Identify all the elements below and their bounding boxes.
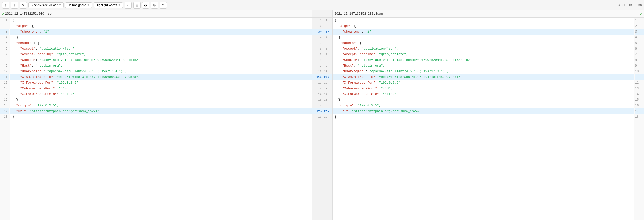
line-number: 14: [635, 91, 644, 97]
line-number: 9: [0, 63, 9, 69]
line-number: 17: [635, 108, 644, 114]
diff-count: 3 differences: [618, 3, 642, 7]
line-number: 10: [0, 69, 9, 74]
center-left-num: 18: [317, 115, 322, 119]
center-gutter-row: 2 2: [312, 23, 332, 29]
center-gutter-row: 18 18: [312, 114, 332, 120]
ignore-label: Do not ignore: [68, 3, 86, 7]
line-number: 4: [0, 35, 9, 40]
code-line: "Accept-Encoding": "gzip,deflate",: [333, 52, 634, 57]
highlight-button[interactable]: Highlight words ▼: [94, 2, 123, 8]
center-gutter-row: 7 7: [312, 52, 332, 57]
code-line: "headers": {: [333, 40, 634, 46]
center-gutter-row: 6 6: [312, 46, 332, 52]
line-number: 12: [0, 80, 9, 86]
line-number: 5: [0, 40, 9, 46]
center-gutter-row: 12 12: [312, 80, 332, 86]
code-line: "args": {: [10, 23, 312, 29]
center-right-num: 17: [323, 110, 327, 113]
center-right-num: 4: [323, 36, 327, 39]
center-right-num: 5: [323, 42, 327, 45]
code-line: "url": "https://httpbin.org/get?show_env…: [10, 108, 312, 114]
nav-up-button[interactable]: ↑: [2, 2, 9, 9]
line-number: 15: [0, 97, 9, 103]
center-gutter-row: 8 8: [312, 57, 332, 63]
code-line: "User-Agent": "Apache-HttpClient/4.5.13 …: [10, 69, 312, 74]
highlight-chevron-icon: ▼: [118, 4, 121, 6]
left-diff-arrow-icon: »: [320, 76, 322, 79]
help-icon-button[interactable]: ?: [160, 2, 167, 9]
right-line-numbers: 123456789101112131415161718: [634, 18, 644, 220]
code-line: "Host": "httpbin.org",: [10, 63, 312, 69]
center-right-num: 6: [323, 47, 327, 50]
center-left-num: 10: [317, 70, 322, 73]
left-lines-wrapper: 123456789101112131415161718 { "args": { …: [0, 18, 312, 220]
code-line: },: [10, 35, 312, 40]
center-right-num: 1: [323, 19, 327, 22]
center-left-num: 11: [315, 76, 320, 79]
line-number: 14: [0, 91, 9, 97]
right-diff-arrow-icon: «: [328, 110, 329, 113]
center-left-num: 9: [317, 64, 322, 67]
extra-icon-button[interactable]: ⊙: [151, 2, 158, 9]
line-number: 2: [635, 23, 644, 29]
viewer-mode-button[interactable]: Side-by-side viewer ▼: [28, 2, 64, 8]
center-gutter-row: 13 13: [312, 86, 332, 91]
center-left-num: 5: [317, 42, 322, 45]
line-number: 3: [635, 29, 644, 35]
line-number: 5: [635, 40, 644, 46]
center-left-num: 3: [315, 30, 320, 33]
center-right-num: 14: [323, 93, 327, 96]
right-pane-content[interactable]: { "args": { "show_env": "2" }, "headers"…: [333, 18, 644, 220]
center-left-num: 6: [317, 47, 322, 50]
line-number: 6: [0, 46, 9, 52]
line-number: 17: [0, 108, 9, 114]
center-gutter-row: 14 14: [312, 91, 332, 97]
line-number: 13: [0, 86, 9, 91]
center-right-num: 15: [323, 98, 327, 101]
left-line-numbers: 123456789101112131415161718: [0, 18, 10, 220]
code-line: },: [333, 97, 634, 103]
center-gutter-row: 15 15: [312, 97, 332, 103]
right-code-lines: { "args": { "show_env": "2" }, "headers"…: [333, 18, 634, 220]
code-line: "headers": {: [10, 40, 312, 46]
code-line: "X-Forwarded-Proto": "https": [333, 91, 634, 97]
code-line: "Cookie": "fake=fake_value; last_nonce=4…: [333, 57, 634, 63]
settings-icon-button[interactable]: ⚙: [142, 2, 149, 9]
center-left-num: 14: [317, 93, 322, 96]
center-gutter-row: 4 4: [312, 35, 332, 40]
center-left-num: 4: [317, 36, 322, 39]
center-gutter-row: 11»11«: [312, 74, 332, 80]
center-left-num: 12: [317, 81, 322, 84]
ignore-button[interactable]: Do not ignore ▼: [65, 2, 92, 8]
center-right-num: 10: [323, 70, 327, 73]
center-gutter-row: 10 10: [312, 69, 332, 74]
right-checkmark-icon: ✔: [640, 12, 642, 16]
line-number: 8: [635, 57, 644, 63]
code-line: "X-Forwarded-Port": "443",: [10, 86, 312, 91]
center-left-num: 13: [317, 87, 322, 90]
line-number: 16: [0, 103, 9, 108]
left-pane: ✔ 2021-12-14T132252.200.json 12345678910…: [0, 10, 312, 220]
center-gutter-row: 9 9: [312, 63, 332, 69]
line-number: 1: [635, 18, 644, 23]
line-number: 11: [635, 74, 644, 80]
center-left-num: 7: [317, 53, 322, 56]
line-number: 7: [635, 52, 644, 57]
code-line: },: [10, 97, 312, 103]
right-pane-header: 2021-12-14T132352.200.json ✔: [333, 10, 644, 18]
left-pane-content[interactable]: 123456789101112131415161718 { "args": { …: [0, 18, 312, 220]
code-line: "args": {: [333, 23, 634, 29]
sync-icon-button[interactable]: ⇄: [125, 2, 132, 9]
right-filename: 2021-12-14T132352.200.json: [335, 12, 383, 16]
code-line: "origin": "192.0.2.5",: [333, 103, 634, 108]
nav-down-button[interactable]: ↓: [11, 2, 18, 9]
center-gutter-header: [312, 10, 332, 18]
left-checkmark-icon: ✔: [2, 12, 4, 16]
code-line: "User-Agent": "Apache-HttpClient/4.5.13 …: [333, 69, 634, 74]
columns-icon-button[interactable]: ⊞: [133, 2, 141, 9]
code-line: "X-Amzn-Trace-Id": "Root=1-61b870b8-4f9d…: [333, 74, 634, 80]
code-line: "X-Amzn-Trace-Id": "Root=1-61b8707c-4674…: [10, 74, 312, 80]
edit-button[interactable]: ✎: [20, 2, 27, 9]
code-line: "show_env": "2": [333, 29, 634, 35]
